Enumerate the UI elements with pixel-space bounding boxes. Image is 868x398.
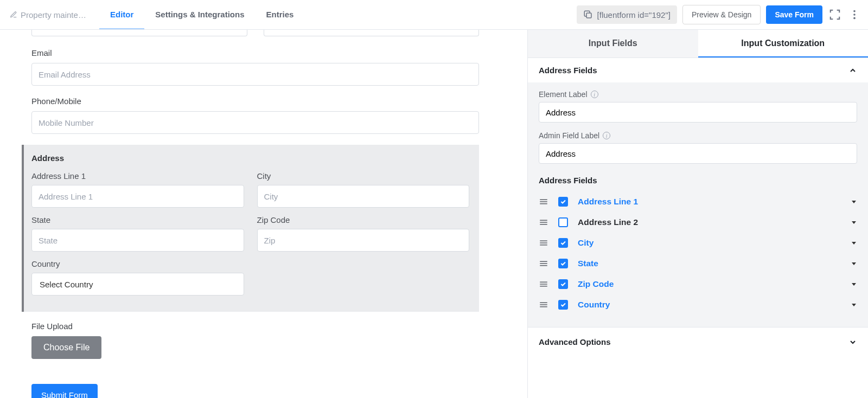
field-enable-checkbox[interactable]: [558, 259, 568, 268]
phone-field-group: Phone/Mobile: [31, 97, 479, 134]
phone-label: Phone/Mobile: [31, 97, 479, 106]
svg-point-2: [853, 14, 856, 16]
section-address-fields-body: Element Label i Admin Field Label i Addr…: [528, 82, 868, 327]
field-enable-checkbox[interactable]: [558, 238, 568, 248]
svg-point-1: [853, 10, 856, 12]
file-upload-label: File Upload: [31, 322, 479, 331]
advanced-options-title: Advanced Options: [539, 337, 611, 346]
section-address-fields-header[interactable]: Address Fields: [528, 58, 868, 82]
caret-down-icon[interactable]: [851, 219, 857, 226]
form-name-text: Property mainte…: [21, 10, 86, 20]
city-input[interactable]: [257, 185, 470, 208]
caret-down-icon[interactable]: [851, 198, 857, 205]
nav-tabs: Editor Settings & Integrations Entries: [99, 0, 304, 29]
caret-down-icon[interactable]: [851, 281, 857, 287]
zip-label: Zip Code: [257, 215, 470, 224]
address-line1-label: Address Line 1: [31, 171, 244, 181]
field-enable-checkbox[interactable]: [558, 279, 568, 289]
state-input[interactable]: [31, 229, 244, 252]
state-label: State: [31, 215, 244, 224]
chevron-down-icon: [848, 338, 857, 346]
phone-input[interactable]: [31, 111, 479, 134]
topbar: Property mainte… Editor Settings & Integ…: [0, 0, 868, 30]
element-label-input[interactable]: [539, 102, 857, 123]
preview-design-button[interactable]: Preview & Design: [682, 5, 761, 24]
topbar-right: [fluentform id="192"] Preview & Design S…: [577, 5, 861, 24]
tab-input-customization[interactable]: Input Customization: [698, 30, 869, 57]
tab-settings-integrations[interactable]: Settings & Integrations: [144, 0, 255, 29]
section-title: Address Fields: [539, 66, 597, 75]
sidepanel: Input Fields Input Customization Address…: [527, 30, 868, 398]
address-block-title: Address: [31, 153, 469, 163]
tab-entries[interactable]: Entries: [256, 0, 305, 29]
field-enable-checkbox[interactable]: [558, 300, 568, 310]
fullscreen-icon: [829, 9, 841, 21]
editor-canvas: Email Phone/Mobile Address Address Line …: [0, 30, 527, 398]
pencil-icon: [10, 11, 17, 18]
city-label: City: [257, 171, 470, 181]
choose-file-button[interactable]: Choose File: [31, 336, 101, 359]
field-enable-checkbox[interactable]: [558, 197, 568, 207]
drag-handle-icon[interactable]: [539, 197, 548, 207]
address-field-row[interactable]: Address Line 1: [539, 191, 857, 212]
caret-down-icon[interactable]: [851, 240, 857, 246]
address-field-row[interactable]: State: [539, 253, 857, 274]
drag-handle-icon[interactable]: [539, 300, 548, 310]
address-field-label[interactable]: Zip Code: [578, 279, 614, 289]
name-last-input[interactable]: [264, 30, 480, 36]
tab-editor[interactable]: Editor: [99, 0, 144, 29]
address-field-row[interactable]: Address Line 2: [539, 212, 857, 233]
more-menu-button[interactable]: [847, 8, 861, 22]
element-label-label: Element Label i: [539, 90, 857, 99]
country-label: Country: [31, 259, 244, 268]
submit-form-button[interactable]: Submit Form: [31, 384, 98, 398]
address-field-row[interactable]: City: [539, 233, 857, 253]
shortcode-box[interactable]: [fluentform id="192"]: [577, 5, 677, 24]
fullscreen-button[interactable]: [828, 8, 842, 22]
zip-input[interactable]: [257, 229, 470, 252]
address-fields-heading: Address Fields: [539, 176, 857, 185]
field-enable-checkbox[interactable]: [558, 217, 568, 227]
country-select[interactable]: Select Country: [31, 273, 244, 296]
address-line1-input[interactable]: [31, 185, 244, 208]
copy-icon: [583, 10, 593, 20]
drag-handle-icon[interactable]: [539, 279, 548, 289]
drag-handle-icon[interactable]: [539, 217, 548, 227]
email-input[interactable]: [31, 63, 479, 86]
name-first-input[interactable]: [31, 30, 247, 36]
panel-tabs: Input Fields Input Customization: [528, 30, 868, 58]
shortcode-text: [fluentform id="192"]: [597, 10, 671, 20]
address-field-label[interactable]: State: [578, 259, 598, 268]
info-icon[interactable]: i: [603, 132, 610, 139]
kebab-icon: [848, 9, 860, 21]
admin-label-label: Admin Field Label i: [539, 131, 857, 140]
drag-handle-icon[interactable]: [539, 259, 548, 268]
address-field-label[interactable]: Address Line 1: [578, 197, 638, 207]
address-field-label[interactable]: City: [578, 238, 593, 248]
admin-label-input[interactable]: [539, 143, 857, 164]
chevron-up-icon: [848, 66, 857, 75]
caret-down-icon[interactable]: [851, 260, 857, 267]
address-field-label[interactable]: Country: [578, 300, 610, 310]
address-field-label[interactable]: Address Line 2: [578, 217, 638, 227]
form-name[interactable]: Property mainte…: [10, 10, 94, 20]
email-field-group: Email: [31, 48, 479, 86]
svg-rect-0: [586, 13, 591, 18]
save-form-button[interactable]: Save Form: [766, 5, 822, 24]
email-label: Email: [31, 48, 479, 57]
address-field-row[interactable]: Country: [539, 294, 857, 315]
address-block-selected[interactable]: Address Address Line 1 City State: [22, 145, 479, 312]
section-advanced-options[interactable]: Advanced Options: [528, 327, 868, 356]
svg-point-3: [853, 17, 856, 20]
info-icon[interactable]: i: [591, 91, 598, 98]
caret-down-icon[interactable]: [851, 301, 857, 308]
tab-input-fields[interactable]: Input Fields: [528, 30, 698, 57]
address-field-row[interactable]: Zip Code: [539, 274, 857, 294]
drag-handle-icon[interactable]: [539, 238, 548, 248]
file-upload-group: File Upload Choose File: [31, 322, 479, 359]
